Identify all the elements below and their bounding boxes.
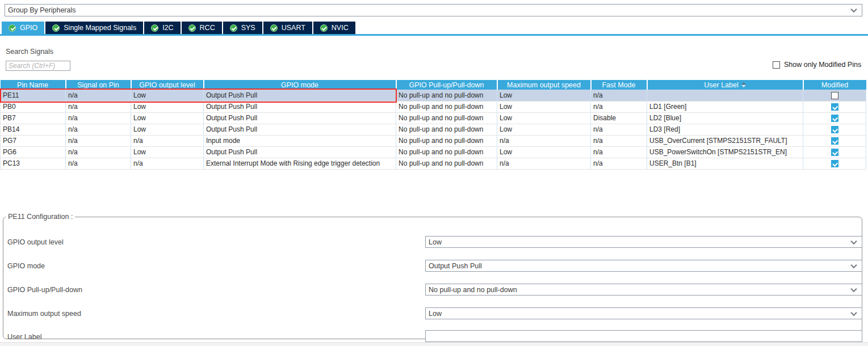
cell-pull[interactable]: No pull-up and no pull-down [396, 112, 497, 124]
gpio-mode-select[interactable]: Output Push Pull [425, 260, 862, 272]
chevron-down-icon [850, 309, 857, 315]
cell-fast-mode[interactable]: n/a [591, 90, 647, 101]
cell-user-label[interactable]: USER_Btn [B1] [647, 158, 803, 169]
col-header-max-output-speed[interactable]: Maximum output speed [497, 80, 591, 90]
tab-sys[interactable]: SYS [223, 22, 262, 34]
cell-signal[interactable]: n/a [66, 146, 131, 158]
cell-pull[interactable]: No pull-up and no pull-down [396, 135, 497, 146]
cell-output-level[interactable]: Low [131, 90, 204, 101]
cell-gpio-mode[interactable]: Output Push Pull [204, 112, 396, 124]
cell-speed[interactable]: Low [497, 112, 591, 124]
cell-speed[interactable]: n/a [497, 158, 591, 169]
cell-speed[interactable]: n/a [497, 135, 591, 146]
cell-signal[interactable]: n/a [66, 124, 131, 135]
cell-pull[interactable]: No pull-up and no pull-down [396, 101, 497, 112]
show-only-modified-checkbox[interactable] [773, 61, 780, 69]
max-output-speed-select[interactable]: Low [425, 307, 862, 319]
cell-fast-mode[interactable]: Disable [591, 112, 647, 124]
cell-fast-mode[interactable]: n/a [591, 101, 647, 112]
cell-pin-name[interactable]: PG6 [1, 146, 66, 158]
modified-checkbox[interactable] [831, 149, 838, 156]
col-header-gpio-pull[interactable]: GPIO Pull-up/Pull-down [396, 80, 497, 90]
cell-user-label[interactable]: LD2 [Blue] [647, 112, 803, 124]
table-row-pg6[interactable]: PG6 n/a Low Output Push Pull No pull-up … [1, 146, 866, 158]
cell-pin-name[interactable]: PB0 [1, 101, 66, 112]
cell-gpio-mode[interactable]: Input mode [204, 135, 396, 146]
tab-i2c[interactable]: I2C [144, 22, 180, 34]
cell-speed[interactable]: Low [497, 90, 591, 101]
modified-checkbox[interactable] [831, 115, 838, 122]
cell-user-label[interactable]: USB_OverCurrent [STMPS2151STR_FAULT] [647, 135, 803, 146]
cell-fast-mode[interactable]: n/a [591, 158, 647, 169]
cell-output-level[interactable]: n/a [131, 135, 204, 146]
cell-pin-name[interactable]: PG7 [1, 135, 66, 146]
gpio-pull-select[interactable]: No pull-up and no pull-down [425, 284, 862, 296]
table-row-pg7[interactable]: PG7 n/a n/a Input mode No pull-up and no… [1, 135, 866, 146]
col-header-pin-name[interactable]: Pin Name [1, 80, 66, 90]
tab-gpio[interactable]: GPIO [2, 22, 44, 34]
cell-user-label[interactable] [647, 90, 803, 101]
cell-output-level[interactable]: Low [131, 124, 204, 135]
cell-output-level[interactable]: n/a [131, 158, 204, 169]
cell-speed[interactable]: Low [497, 146, 591, 158]
table-row-pb7[interactable]: PB7 n/a Low Output Push Pull No pull-up … [1, 112, 866, 124]
check-circle-icon [188, 24, 196, 32]
col-header-gpio-output-level[interactable]: GPIO output level [131, 80, 204, 90]
cell-user-label[interactable]: LD3 [Red] [647, 124, 803, 135]
user-label-input[interactable] [425, 330, 862, 342]
cell-pull[interactable]: No pull-up and no pull-down [396, 146, 497, 158]
cell-gpio-mode[interactable]: Output Push Pull [204, 124, 396, 135]
tab-rcc[interactable]: RCC [182, 22, 222, 34]
cell-signal[interactable]: n/a [66, 90, 131, 101]
cell-fast-mode[interactable]: n/a [591, 124, 647, 135]
modified-checkbox[interactable] [831, 92, 838, 99]
cell-speed[interactable]: Low [497, 101, 591, 112]
cell-pull[interactable]: No pull-up and no pull-down [396, 90, 497, 101]
modified-checkbox[interactable] [831, 126, 838, 133]
modified-checkbox[interactable] [831, 137, 838, 145]
table-row-pc13[interactable]: PC13 n/a n/a External Interrupt Mode wit… [1, 158, 866, 169]
table-row-pb0[interactable]: PB0 n/a Low Output Push Pull No pull-up … [1, 101, 866, 112]
modified-checkbox[interactable] [831, 160, 838, 167]
cell-user-label[interactable]: LD1 [Green] [647, 101, 803, 112]
modified-checkbox[interactable] [831, 103, 838, 111]
col-header-fast-mode[interactable]: Fast Mode [591, 80, 647, 90]
cell-gpio-mode[interactable]: Output Push Pull [204, 101, 396, 112]
tab-accent-divider [0, 34, 868, 36]
cell-fast-mode[interactable]: n/a [591, 146, 647, 158]
cell-user-label[interactable]: USB_PowerSwitchOn [STMPS2151STR_EN] [647, 146, 803, 158]
search-input[interactable] [6, 61, 70, 71]
table-row-pb14[interactable]: PB14 n/a Low Output Push Pull No pull-up… [1, 124, 866, 135]
cell-output-level[interactable]: Low [131, 146, 204, 158]
cell-gpio-mode[interactable]: Output Push Pull [204, 90, 396, 101]
col-header-modified[interactable]: Modified [803, 80, 866, 90]
cell-output-level[interactable]: Low [131, 101, 204, 112]
cell-pull[interactable]: No pull-up and no pull-down [396, 124, 497, 135]
cell-speed[interactable]: Low [497, 124, 591, 135]
cell-fast-mode[interactable]: n/a [591, 135, 647, 146]
cell-pin-name[interactable]: PE11 [1, 90, 66, 101]
cell-gpio-mode[interactable]: External Interrupt Mode with Rising edge… [204, 158, 396, 169]
cell-signal[interactable]: n/a [66, 112, 131, 124]
cell-signal[interactable]: n/a [66, 158, 131, 169]
cell-pin-name[interactable]: PB14 [1, 124, 66, 135]
col-header-user-label[interactable]: User Label [647, 80, 803, 90]
col-header-gpio-mode[interactable]: GPIO mode [204, 80, 396, 90]
gpio-output-level-select[interactable]: Low [425, 236, 862, 248]
chevron-down-icon [850, 261, 857, 268]
tab-label: NVIC [332, 24, 349, 32]
tab-nvic[interactable]: NVIC [313, 22, 355, 34]
group-by-select[interactable]: Group By Peripherals [5, 4, 862, 16]
table-row-pe11[interactable]: PE11 n/a Low Output Push Pull No pull-up… [1, 90, 866, 101]
cell-signal[interactable]: n/a [66, 101, 131, 112]
cell-pin-name[interactable]: PB7 [1, 112, 66, 124]
cell-output-level[interactable]: Low [131, 112, 204, 124]
cell-signal[interactable]: n/a [66, 135, 131, 146]
tab-single-mapped-signals[interactable]: Single Mapped Signals [45, 22, 143, 34]
cell-gpio-mode[interactable]: Output Push Pull [204, 146, 396, 158]
tab-usart[interactable]: USART [263, 22, 312, 34]
cell-pin-name[interactable]: PC13 [1, 158, 66, 169]
cell-pull[interactable]: No pull-up and no pull-down [396, 158, 497, 169]
chevron-down-icon [850, 285, 857, 292]
col-header-signal-on-pin[interactable]: Signal on Pin [66, 80, 131, 90]
